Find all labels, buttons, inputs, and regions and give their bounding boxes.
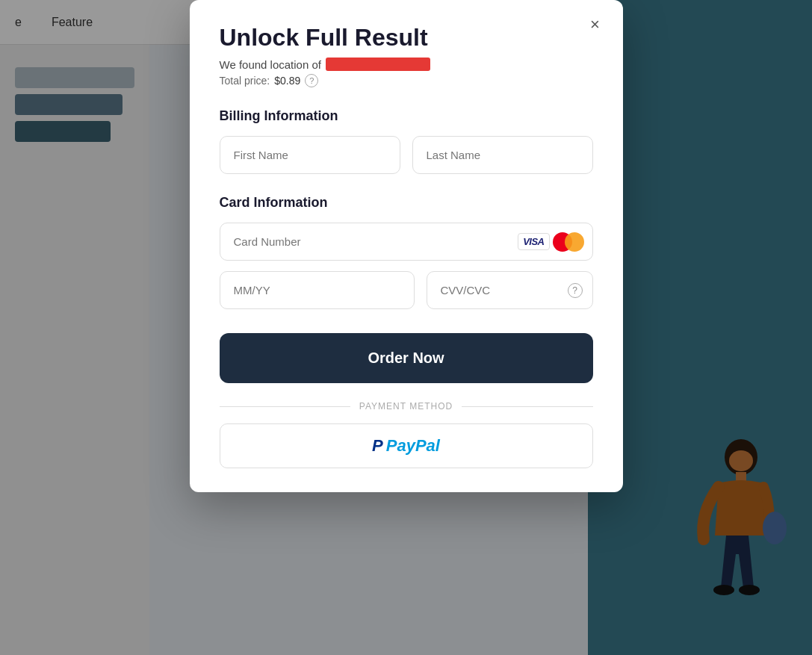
total-amount: $0.89 [274, 75, 300, 87]
total-label: Total price: [220, 75, 270, 87]
card-brand-icons: VISA [518, 232, 583, 252]
mastercard-icon [553, 232, 584, 252]
billing-section: Billing Information [220, 108, 593, 174]
card-bottom-row: ? [220, 271, 593, 309]
divider-line-right [462, 406, 592, 407]
cvv-wrapper: ? [427, 271, 593, 309]
paypal-icon-p: P [372, 436, 383, 456]
redacted-name [326, 58, 430, 71]
paypal-logo: P PayPal [372, 436, 440, 456]
divider-line-left [220, 406, 350, 407]
payment-modal: × Unlock Full Result We found location o… [190, 0, 623, 492]
modal-subtitle: We found location of [220, 58, 593, 71]
card-number-wrapper: VISA [220, 223, 593, 261]
modal-backdrop: × Unlock Full Result We found location o… [0, 0, 812, 655]
modal-title: Unlock Full Result [220, 24, 593, 52]
cvv-help-icon[interactable]: ? [568, 283, 583, 298]
paypal-button[interactable]: P PayPal [220, 423, 593, 468]
card-section-title: Card Information [220, 195, 593, 211]
payment-method-divider: PAYMENT METHOD [220, 401, 593, 412]
payment-method-label: PAYMENT METHOD [359, 401, 453, 412]
last-name-input[interactable] [412, 136, 593, 174]
first-name-input[interactable] [220, 136, 400, 174]
expiry-input[interactable] [220, 271, 415, 309]
card-section: Card Information VISA ? [220, 195, 593, 309]
visa-icon: VISA [518, 233, 549, 250]
subtitle-prefix: We found location of [220, 58, 321, 71]
total-help-icon[interactable]: ? [305, 74, 318, 87]
total-price-row: Total price: $0.89 ? [220, 74, 593, 87]
billing-section-title: Billing Information [220, 108, 593, 124]
order-now-button[interactable]: Order Now [220, 333, 593, 383]
close-button[interactable]: × [584, 13, 607, 36]
paypal-text: PayPal [386, 436, 440, 456]
name-fields-row [220, 136, 593, 174]
